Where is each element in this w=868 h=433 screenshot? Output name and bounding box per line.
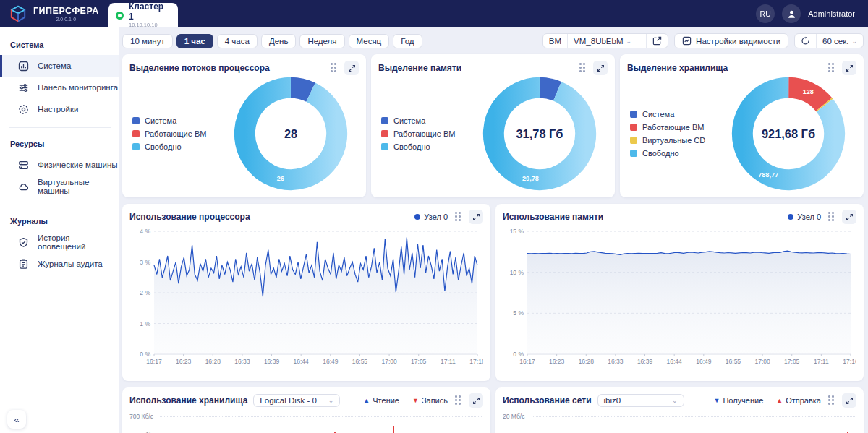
range-button-10min[interactable]: 10 минут [122, 34, 173, 48]
svg-text:31,78 Гб: 31,78 Гб [516, 127, 563, 140]
card-storage-allocation: Выделение хранилища Система Работающие В… [620, 54, 864, 197]
expand-button[interactable] [842, 210, 856, 224]
expand-button[interactable] [469, 393, 483, 408]
sidebar-item-alert-history[interactable]: История оповещений [0, 231, 119, 253]
cluster-tab-label: Кластер 1 [129, 2, 171, 21]
sidebar-item-label: Виртуальные машины [38, 178, 119, 195]
card-title: Выделение памяти [378, 63, 461, 73]
sliders-icon [18, 82, 29, 93]
svg-text:0 %: 0 % [513, 351, 524, 358]
series-dot-icon [414, 214, 420, 220]
svg-text:16:28: 16:28 [579, 358, 595, 365]
sidebar-item-system[interactable]: Система [0, 55, 119, 77]
disk-select-value: Logical Disk - 0 [260, 396, 317, 405]
expand-button[interactable] [842, 393, 856, 408]
sidebar-item-label: Система [38, 61, 71, 70]
svg-text:17:05: 17:05 [784, 358, 800, 365]
legend-swatch [381, 117, 388, 124]
svg-text:29,78: 29,78 [522, 175, 539, 182]
visibility-settings-label: Настройки видимости [696, 37, 780, 46]
toolbar: 10 минут 1 час 4 часа День Неделя Месяц … [122, 33, 864, 48]
read-legend: ▲ Чтение [363, 396, 399, 405]
expand-button[interactable] [344, 61, 359, 75]
triangle-down-icon: ▼ [713, 397, 720, 404]
range-button-1hour[interactable]: 1 час [176, 34, 213, 48]
series-legend: Узел 0 [788, 213, 821, 221]
sidebar-item-label: История оповещений [38, 233, 119, 251]
expand-icon [472, 213, 480, 221]
range-button-day[interactable]: День [261, 34, 297, 48]
sidebar-item-virtual-machines[interactable]: Виртуальные машины [0, 176, 119, 197]
legend-swatch [132, 117, 140, 124]
sidebar-divider [9, 127, 111, 128]
chart-settings-icon [682, 36, 692, 46]
cluster-tab[interactable]: Кластер 1 10.10.10.10 [109, 3, 178, 27]
legend-swatch [630, 150, 637, 157]
sidebar-item-audit-logs[interactable]: Журналы аудита [0, 253, 119, 275]
legend-label: Виртуальные CD [642, 136, 705, 145]
series-label: Узел 0 [797, 213, 821, 221]
refresh-button[interactable] [795, 34, 816, 48]
legend-label: Запись [422, 396, 448, 405]
refresh-interval-select[interactable]: 60 сек. ⌄ [817, 35, 863, 48]
svg-text:16:55: 16:55 [352, 358, 368, 365]
card-title: Выделение потоков процессора [129, 63, 270, 73]
series-dot-icon [788, 214, 793, 220]
sidebar-item-physical-machines[interactable]: Физические машины [0, 154, 119, 176]
triangle-up-icon: ▲ [363, 397, 370, 404]
sidebar-item-label: Журналы аудита [38, 260, 103, 268]
drag-handle-icon[interactable] [827, 394, 836, 407]
visibility-settings-button[interactable]: Настройки видимости [674, 33, 788, 48]
cloud-icon [18, 181, 29, 192]
sidebar-collapse-button[interactable]: « [7, 410, 26, 429]
legend-swatch [132, 143, 140, 150]
expand-button[interactable] [593, 61, 608, 75]
brand: ГИПЕРСФЕРА 2.0.0.1-0 [0, 0, 109, 27]
interface-select[interactable]: ibiz0 ⌄ [597, 394, 684, 407]
legend-label: Работающие ВМ [145, 129, 206, 138]
svg-text:16:17: 16:17 [519, 358, 535, 365]
drag-handle-icon[interactable] [329, 61, 339, 74]
cluster-status-icon [116, 12, 124, 20]
svg-text:16:44: 16:44 [294, 358, 310, 365]
card-title: Использование процессора [129, 212, 250, 222]
range-button-year[interactable]: Год [393, 34, 422, 48]
disk-select[interactable]: Logical Disk - 0 ⌄ [253, 394, 340, 407]
expand-icon [348, 64, 356, 72]
range-button-week[interactable]: Неделя [299, 34, 344, 48]
cpu-usage-line-chart: 0 %1 %2 %3 %4 %16:1716:2316:2816:3316:39… [129, 224, 483, 369]
card-storage-usage: Использование хранилища Logical Disk - 0… [122, 387, 490, 433]
drag-handle-icon[interactable] [578, 61, 587, 74]
refresh-interval-value: 60 сек. [822, 37, 848, 46]
expand-button[interactable] [842, 61, 856, 75]
receive-legend: ▼ Получение [713, 396, 763, 405]
drag-handle-icon[interactable] [827, 61, 836, 74]
range-button-4hours[interactable]: 4 часа [217, 34, 258, 48]
vm-select-group: ВМ VM_8UbEbM ⌄ [542, 33, 668, 48]
svg-text:15 %: 15 % [510, 228, 524, 235]
open-vm-button[interactable] [647, 34, 668, 48]
hypersphere-logo-icon [9, 4, 27, 23]
svg-text:128: 128 [802, 88, 813, 95]
interface-select-value: ibiz0 [604, 396, 621, 405]
svg-text:26: 26 [276, 175, 284, 182]
chevron-down-icon: ⌄ [672, 397, 678, 404]
svg-text:0 %: 0 % [140, 351, 150, 358]
language-button[interactable]: RU [756, 4, 775, 23]
vm-select[interactable]: VM_8UbEbM ⌄ [568, 35, 646, 48]
sidebar-item-monitoring-panel[interactable]: Панель мониторинга [0, 77, 119, 98]
range-button-month[interactable]: Месяц [349, 34, 390, 48]
legend-label: Работающие ВМ [642, 123, 704, 132]
svg-text:17:16: 17:16 [469, 358, 483, 365]
expand-icon [846, 397, 854, 405]
user-avatar[interactable] [782, 4, 801, 23]
drag-handle-icon[interactable] [454, 394, 463, 407]
sidebar-section-resources: Ресурсы [0, 135, 119, 154]
svg-text:16:17: 16:17 [146, 358, 162, 365]
legend-label: Чтение [373, 396, 399, 405]
sidebar-item-settings[interactable]: Настройки [0, 98, 119, 120]
drag-handle-icon[interactable] [454, 210, 463, 223]
expand-button[interactable] [469, 210, 483, 224]
drag-handle-icon[interactable] [827, 210, 836, 223]
sidebar-item-label: Настройки [38, 105, 78, 113]
